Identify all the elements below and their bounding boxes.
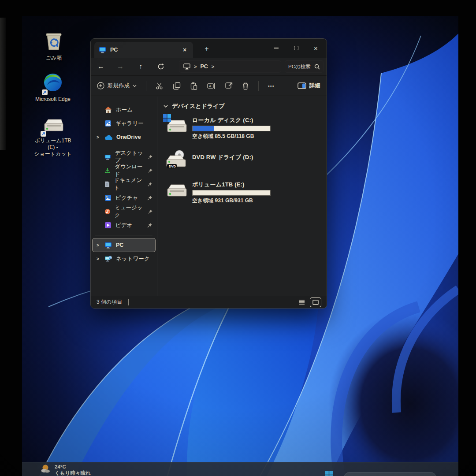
- sidebar-item-music[interactable]: ミュージック: [93, 205, 155, 218]
- sidebar-label: PC: [116, 242, 123, 248]
- sidebar-item-desktop[interactable]: デスクトップ: [93, 150, 155, 164]
- free-space-text: 空き領域 931 GB/931 GB: [192, 197, 271, 205]
- window-controls: ×: [266, 39, 326, 57]
- navigation-bar: ← → ↑ > PC >: [91, 58, 327, 75]
- breadcrumb-chevron[interactable]: >: [212, 64, 214, 69]
- desktop-icon-recycle-bin[interactable]: ごみ箱: [33, 29, 75, 61]
- local-disk-icon: [164, 117, 188, 136]
- taskbar-search-box[interactable]: [344, 472, 436, 476]
- cut-button[interactable]: [156, 82, 164, 90]
- volume-drive-icon: [164, 182, 188, 200]
- list-view-button[interactable]: [296, 298, 307, 307]
- new-button[interactable]: 新規作成: [97, 82, 137, 89]
- sidebar-item-videos[interactable]: ビデオ: [93, 219, 155, 232]
- large-icons-view-button[interactable]: [310, 298, 321, 307]
- maximize-icon: [294, 46, 298, 50]
- sidebar-item-gallery[interactable]: ギャラリー: [93, 117, 155, 130]
- windows-logo-badge: [163, 114, 171, 123]
- edge-icon: [43, 72, 63, 94]
- tab-pc[interactable]: PC ×: [94, 42, 193, 58]
- sidebar-item-home[interactable]: ホーム: [93, 103, 155, 116]
- sidebar-label: ギャラリー: [115, 120, 144, 127]
- delete-button[interactable]: [242, 82, 249, 90]
- shortcut-arrow-icon: [42, 89, 48, 95]
- sidebar-item-onedrive[interactable]: > OneDrive: [93, 130, 155, 144]
- forward-button[interactable]: →: [115, 61, 126, 72]
- refresh-icon: [157, 63, 164, 70]
- documents-icon: [104, 181, 110, 188]
- share-button[interactable]: [225, 82, 233, 90]
- new-tab-button[interactable]: +: [201, 43, 212, 55]
- sidebar-label: デスクトップ: [115, 149, 144, 164]
- drive-item-d[interactable]: DVD DVD RW ドライブ (D:): [164, 149, 327, 171]
- copy-button[interactable]: [173, 82, 181, 90]
- monitor-photo: ごみ箱: [0, 0, 476, 476]
- svg-text:DVD: DVD: [169, 164, 176, 168]
- sidebar-item-documents[interactable]: ドキュメント: [93, 178, 155, 191]
- pin-icon: [148, 168, 152, 173]
- search-icon: [314, 64, 320, 70]
- breadcrumb-chevron: >: [194, 64, 197, 69]
- weather-sun-cloud-icon: [41, 464, 51, 473]
- new-button-label: 新規作成: [108, 82, 130, 89]
- disk-usage-bar: [192, 190, 271, 196]
- svg-text:A: A: [209, 84, 212, 88]
- up-button[interactable]: ↑: [135, 61, 146, 72]
- sidebar-item-downloads[interactable]: ダウンロード: [93, 164, 155, 177]
- network-icon: [104, 256, 112, 262]
- gallery-icon: [104, 120, 112, 127]
- pc-icon: [104, 242, 112, 249]
- breadcrumb-item-pc[interactable]: PC: [200, 63, 208, 70]
- refresh-button[interactable]: [155, 61, 167, 72]
- search-placeholder: PCの検索: [288, 63, 314, 70]
- address-bar[interactable]: > PC >: [179, 60, 281, 73]
- taskbar: 24°C くもり時々晴れ: [22, 462, 458, 476]
- onedrive-icon: [104, 134, 112, 140]
- trash-icon: [242, 82, 249, 90]
- explorer-body: ホーム ギャラリー >: [91, 97, 327, 296]
- shortcut-arrow-icon: [41, 131, 46, 137]
- pc-monitor-icon: [99, 47, 106, 53]
- large-icons-view-icon: [312, 300, 319, 305]
- drive-name: ローカル ディスク (C:): [192, 116, 271, 124]
- desktop-icon-volume-shortcut[interactable]: ボリューム1TB (E) -ショートカット: [32, 117, 74, 157]
- weather-widget[interactable]: 24°C くもり時々晴れ: [41, 464, 91, 476]
- toolbar-separator: [258, 81, 259, 91]
- close-button[interactable]: ×: [306, 39, 326, 57]
- desktop-icon-edge[interactable]: Microsoft Edge: [32, 72, 74, 103]
- tab-close-button[interactable]: ×: [181, 46, 189, 53]
- minimize-icon: [274, 48, 279, 48]
- downloads-icon: [104, 167, 111, 174]
- sidebar-divider: [95, 235, 152, 235]
- sidebar-label: ネットワーク: [116, 255, 149, 263]
- expand-chevron-icon[interactable]: >: [97, 257, 99, 261]
- start-button[interactable]: [325, 471, 333, 476]
- search-box[interactable]: PCの検索: [285, 60, 324, 73]
- back-button[interactable]: ←: [95, 61, 107, 72]
- rename-button[interactable]: A: [207, 82, 216, 90]
- paste-button[interactable]: [190, 82, 198, 90]
- minimize-button[interactable]: [266, 39, 286, 57]
- expand-chevron-icon[interactable]: >: [97, 135, 99, 140]
- toolbar-separator: [146, 81, 146, 91]
- items-view: デバイスとドライブ: [157, 97, 327, 296]
- drive-shortcut-icon: [41, 117, 64, 136]
- drive-item-e[interactable]: ボリューム1TB (E:) 空き領域 931 GB/931 GB: [164, 181, 327, 205]
- items-count: 3 個の項目: [97, 298, 122, 306]
- sidebar-label: ダウンロード: [115, 163, 144, 178]
- section-devices-and-drives[interactable]: デバイスとドライブ: [164, 102, 327, 110]
- navigation-pane: ホーム ギャラリー >: [91, 97, 157, 296]
- drive-item-c[interactable]: ローカル ディスク (C:) 空き領域 85.5 GB/118 GB: [164, 116, 327, 140]
- sidebar-item-network[interactable]: > ネットワーク: [93, 252, 155, 265]
- file-explorer-window: PC × + × ← → ↑: [90, 38, 327, 309]
- drive-name: ボリューム1TB (E:): [192, 181, 271, 189]
- details-pane-button[interactable]: 詳細: [298, 82, 320, 89]
- more-options-button[interactable]: •••: [268, 83, 275, 89]
- desktop-icon-label: ごみ箱: [46, 55, 62, 61]
- pictures-icon: [104, 194, 112, 201]
- expand-chevron-icon[interactable]: >: [97, 243, 99, 248]
- cut-icon: [156, 82, 164, 90]
- sidebar-item-pictures[interactable]: ピクチャ: [93, 191, 155, 205]
- sidebar-item-pc[interactable]: > PC: [93, 238, 155, 252]
- maximize-button[interactable]: [286, 39, 306, 57]
